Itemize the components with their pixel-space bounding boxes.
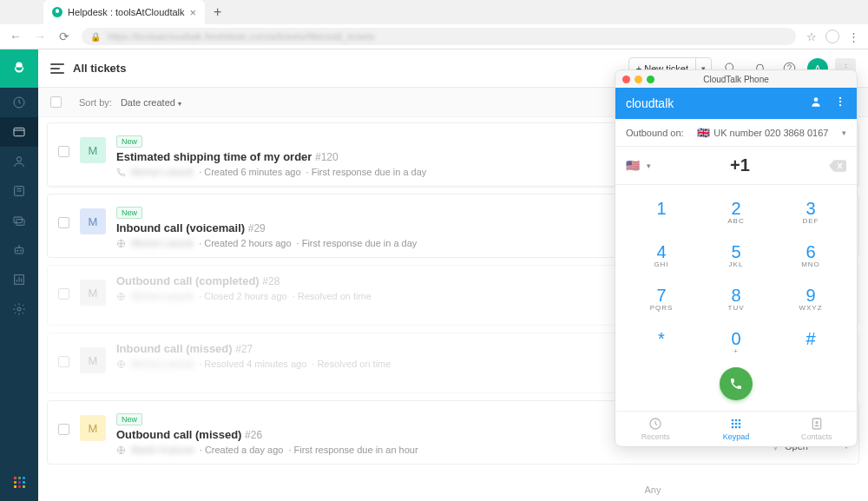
keypad-key-#[interactable]: # [773, 320, 848, 364]
hamburger-icon[interactable] [50, 63, 64, 74]
ticket-id: #26 [245, 429, 262, 441]
ticket-checkbox[interactable] [58, 424, 69, 435]
ticket-checkbox[interactable] [58, 356, 69, 367]
keypad-key-6[interactable]: 6MNO [773, 234, 848, 277]
svg-point-32 [732, 419, 734, 422]
tab-keypad[interactable]: Keypad [696, 412, 777, 446]
rail-forums-icon[interactable] [0, 206, 38, 235]
brand-logo[interactable] [0, 49, 38, 88]
rail-apps-icon[interactable] [0, 472, 38, 501]
window-minimize-icon[interactable] [635, 76, 642, 83]
keypad-key-0[interactable]: 0+ [699, 320, 773, 364]
keypad-key-1[interactable]: 1 [624, 190, 699, 234]
window-maximize-icon[interactable] [647, 76, 654, 83]
svg-point-28 [839, 97, 841, 99]
svg-point-10 [17, 307, 21, 311]
ticket-id: #29 [248, 222, 266, 234]
keypad-key-8[interactable]: 8TUV [699, 277, 773, 320]
browser-chrome: Helpdesk : toolsAtCloudtalk × + ← → ⟳ 🔒 … [0, 0, 868, 49]
dialed-number: +1 [651, 155, 829, 175]
svg-point-2 [16, 157, 21, 162]
tab-title: Helpdesk : toolsAtCloudtalk [68, 7, 185, 17]
back-button[interactable]: ← [9, 30, 23, 43]
profile-icon[interactable] [825, 30, 839, 43]
svg-point-27 [814, 97, 819, 102]
svg-rect-1 [14, 128, 24, 135]
keypad-key-*[interactable]: * [624, 320, 699, 364]
svg-point-29 [839, 101, 841, 102]
dial-display: 🇺🇸 ▾ +1 [615, 147, 857, 185]
lock-icon: 🔒 [90, 32, 101, 42]
backspace-button[interactable] [829, 160, 846, 172]
call-button[interactable] [720, 367, 753, 400]
svg-point-35 [732, 423, 734, 425]
flag-uk-icon: 🇬🇧 [697, 127, 710, 139]
tab-contacts[interactable]: Contacts [776, 412, 857, 446]
phone-tabs: Recents Keypad Contacts [615, 411, 857, 446]
svg-point-7 [16, 250, 17, 251]
ticket-id: #28 [262, 275, 279, 287]
favicon-icon [52, 7, 62, 17]
keypad-key-4[interactable]: 4GHI [624, 234, 699, 277]
select-all-checkbox[interactable] [50, 96, 62, 108]
cloudtalk-phone-window: CloudTalk Phone cloudtalk Outbound on: 🇬… [615, 69, 858, 447]
forward-button[interactable]: → [33, 30, 47, 43]
ticket-agent: Martin Kubicek [131, 445, 194, 455]
sort-label: Sort by: [79, 97, 112, 108]
svg-point-39 [735, 426, 738, 429]
filter-any: Any [437, 481, 868, 501]
keypad: 12ABC3DEF4GHI5JKL6MNO7PQRS8TUV9WXYZ*0+# [615, 185, 857, 364]
phone-profile-icon[interactable] [810, 96, 822, 111]
svg-rect-5 [16, 220, 24, 226]
ticket-agent: Michal Lukacik [131, 291, 194, 301]
ticket-avatar: M [80, 415, 106, 441]
new-tab-button[interactable]: + [205, 4, 230, 20]
window-close-icon[interactable] [622, 76, 630, 83]
svg-point-40 [739, 426, 741, 429]
address-bar: ← → ⟳ 🔒 https://toolsatcloudtalk.freshde… [0, 24, 868, 49]
keypad-key-3[interactable]: 3DEF [773, 190, 848, 234]
keypad-key-2[interactable]: 2ABC [699, 190, 773, 234]
phone-menu-icon[interactable] [834, 96, 846, 111]
phone-header: cloudtalk [615, 88, 857, 119]
page-title: All tickets [73, 62, 126, 75]
keypad-key-7[interactable]: 7PQRS [624, 277, 699, 320]
ticket-avatar: M [80, 347, 106, 373]
ticket-id: #27 [235, 343, 253, 355]
ticket-badge: New [116, 135, 142, 148]
flag-us-icon[interactable]: 🇺🇸 [626, 159, 640, 172]
svg-point-8 [20, 250, 21, 251]
star-icon[interactable]: ☆ [806, 30, 817, 43]
reload-button[interactable]: ⟳ [57, 30, 71, 43]
phone-titlebar[interactable]: CloudTalk Phone [615, 70, 857, 88]
svg-point-38 [732, 426, 734, 429]
ticket-avatar: M [80, 280, 106, 306]
tab-close-icon[interactable]: × [190, 6, 197, 19]
menu-icon[interactable]: ⋮ [848, 30, 859, 43]
ticket-avatar: M [80, 137, 106, 163]
ticket-checkbox[interactable] [58, 217, 69, 228]
browser-tab[interactable]: Helpdesk : toolsAtCloudtalk × [43, 0, 205, 24]
ticket-checkbox[interactable] [58, 146, 69, 157]
tab-recents[interactable]: Recents [615, 412, 696, 446]
rail-reports-icon[interactable] [0, 265, 38, 294]
outbound-selector[interactable]: Outbound on: 🇬🇧 UK number 020 3868 0167 … [615, 119, 857, 147]
keypad-key-5[interactable]: 5JKL [699, 234, 773, 277]
rail-bot-icon[interactable] [0, 235, 38, 265]
sort-dropdown[interactable]: Date created ▾ [121, 97, 181, 108]
keypad-key-9[interactable]: 9WXYZ [773, 277, 848, 320]
svg-point-37 [739, 423, 741, 425]
svg-rect-4 [14, 217, 22, 223]
rail-solutions-icon[interactable] [0, 176, 38, 206]
rail-contacts-icon[interactable] [0, 147, 38, 176]
rail-dashboard-icon[interactable] [0, 88, 38, 117]
url-field[interactable]: 🔒 https://toolsatcloudtalk.freshdesk.com… [82, 28, 796, 45]
rail-tickets-icon[interactable] [0, 117, 38, 147]
ticket-badge: New [116, 207, 142, 219]
rail-settings-icon[interactable] [0, 294, 38, 324]
ticket-agent: Michal Lukacik [131, 238, 194, 248]
svg-point-30 [839, 104, 841, 106]
ticket-checkbox[interactable] [58, 288, 69, 300]
svg-point-33 [735, 419, 738, 422]
ticket-id: #120 [315, 151, 339, 163]
